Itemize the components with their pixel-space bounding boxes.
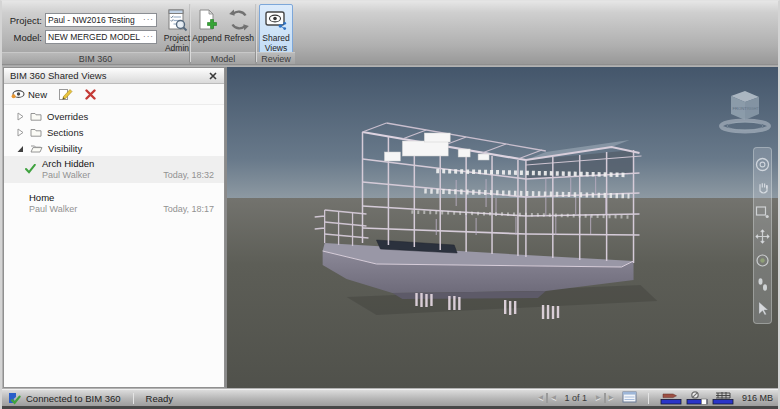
sky [227, 67, 778, 198]
zoom-icon[interactable] [754, 200, 771, 224]
sheet-pager: ◄ ◄ 1 of 1 ► ► [537, 393, 615, 403]
pencil-progress-meter [660, 391, 682, 405]
bim360-shared-views-panel: BIM 360 Shared Views New [3, 67, 225, 388]
steering-wheel-icon[interactable] [754, 152, 771, 176]
shared-views-button[interactable]: Shared Views [259, 4, 293, 55]
folder-label: Overrides [47, 111, 88, 122]
status-bar: Connected to BIM 360 Ready ◄ ◄ 1 of 1 ► … [2, 389, 778, 409]
group-label-model: Model [191, 52, 255, 64]
3d-scene[interactable] [227, 67, 778, 388]
sheet-page-indicator: 1 of 1 [565, 393, 588, 403]
shared-view-name: Home [29, 192, 214, 203]
viewcube-front-label: FRONT [733, 106, 748, 111]
previous-sheet-button[interactable]: ◄ [550, 393, 558, 403]
pencil-icon [663, 394, 677, 398]
rename-view-button[interactable] [59, 88, 73, 100]
shared-view-time: Today, 18:17 [163, 204, 214, 214]
panel-title: BIM 360 Shared Views [10, 70, 106, 81]
shared-view-name: Arch Hidden [42, 158, 214, 169]
tree-folder-overrides[interactable]: Overrides [4, 108, 224, 124]
panel-header[interactable]: BIM 360 Shared Views [4, 68, 224, 84]
delete-icon [85, 89, 96, 100]
shared-views-label: Shared Views [261, 34, 291, 54]
model-viewport[interactable]: FRONT RIGHT [225, 67, 778, 388]
new-view-icon [11, 89, 25, 99]
expand-collapsed-icon[interactable] [17, 112, 25, 121]
walk-icon[interactable] [754, 272, 771, 296]
web-progress-meter [712, 391, 734, 405]
append-button[interactable]: Append [191, 4, 223, 45]
project-field[interactable]: ··· [45, 13, 157, 27]
main-area: BIM 360 Shared Views New [2, 66, 778, 389]
panel-toolbar: New [4, 84, 224, 105]
connection-status: Connected to BIM 360 [26, 393, 121, 404]
navigation-bar [753, 147, 772, 324]
panel-close-button[interactable] [206, 70, 220, 82]
refresh-label: Refresh [224, 34, 254, 44]
group-label-review: Review [257, 52, 295, 64]
first-sheet-button[interactable]: ◄ [537, 393, 548, 403]
application-window: Project: ··· Model: ··· [0, 0, 780, 409]
last-sheet-button[interactable]: ► [604, 393, 615, 403]
shared-views-tree: Overrides Sections [4, 105, 224, 387]
new-label: New [28, 89, 47, 100]
ribbon: Project: ··· Model: ··· [2, 1, 778, 65]
sheet-browser-icon [622, 391, 637, 403]
folder-open-icon [30, 143, 43, 153]
orbit-icon[interactable] [754, 224, 771, 248]
shared-view-time: Today, 18:32 [163, 170, 214, 180]
folder-icon [30, 127, 42, 137]
bim360-connection-icon [7, 392, 21, 405]
folder-label: Sections [47, 127, 83, 138]
active-check-icon [25, 160, 36, 178]
refresh-button[interactable]: Refresh [223, 4, 255, 45]
project-admin-label: Project Admin [163, 34, 191, 54]
new-shared-view-button[interactable]: New [11, 89, 47, 100]
project-browse-button[interactable]: ··· [143, 17, 154, 23]
ribbon-group-model: Append Refresh Model [191, 1, 255, 64]
shared-view-item-home[interactable]: Home Paul Walker Today, 18:17 [4, 190, 224, 217]
expand-collapsed-icon[interactable] [17, 128, 25, 137]
edit-icon [59, 88, 73, 100]
ribbon-group-review: Shared Views Review [257, 1, 295, 64]
shared-view-author: Paul Walker [29, 204, 77, 214]
model-browse-button[interactable]: ··· [143, 34, 154, 40]
sheet-browser-button[interactable] [622, 391, 637, 405]
model-label: Model: [4, 32, 42, 43]
project-admin-button[interactable]: Project Admin [161, 4, 193, 55]
look-around-icon[interactable] [754, 248, 771, 272]
viewcube-right-label: RIGHT [747, 107, 759, 111]
delete-view-button[interactable] [85, 89, 96, 100]
pan-hand-icon[interactable] [754, 176, 771, 200]
tree-folder-sections[interactable]: Sections [4, 124, 224, 140]
append-label: Append [192, 34, 221, 44]
project-input[interactable] [48, 15, 143, 25]
ribbon-empty-area [295, 1, 778, 64]
shared-view-author: Paul Walker [42, 170, 90, 180]
folder-icon [30, 111, 42, 121]
memory-usage: 916 MB [742, 393, 773, 403]
status-divider [133, 393, 134, 404]
viewcube[interactable]: FRONT RIGHT [717, 88, 773, 134]
tree-folder-visibility[interactable]: Visibility [4, 140, 224, 156]
next-sheet-button[interactable]: ► [594, 393, 602, 403]
web-icon [716, 392, 730, 399]
bim360-fields: Project: ··· Model: ··· [4, 4, 157, 44]
model-input[interactable] [48, 32, 143, 42]
project-label: Project: [4, 15, 42, 26]
folder-label: Visibility [48, 143, 82, 154]
shared-view-item-arch-hidden[interactable]: Arch Hidden Paul Walker Today, 18:32 [4, 156, 224, 183]
disk-progress-meter [686, 391, 708, 405]
refresh-icon [226, 7, 252, 33]
expand-expanded-icon[interactable] [17, 144, 25, 153]
project-admin-icon [164, 7, 190, 33]
shared-views-icon [263, 7, 289, 33]
model-field[interactable]: ··· [45, 30, 157, 44]
ribbon-group-bim360: Project: ··· Model: ··· [2, 1, 189, 64]
group-label-bim360: BIM 360 [2, 52, 189, 64]
select-cursor-icon[interactable] [754, 296, 771, 320]
ready-status: Ready [146, 393, 173, 404]
status-divider [648, 393, 649, 404]
append-icon [194, 7, 220, 33]
